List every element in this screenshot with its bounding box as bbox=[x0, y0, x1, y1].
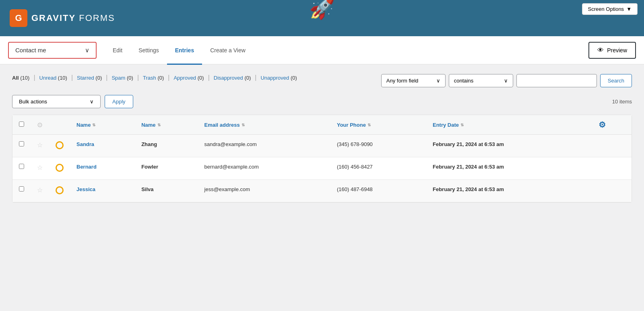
rocket-decoration: 🚀 bbox=[309, 0, 335, 21]
col-date[interactable]: Entry Date ⇅ bbox=[426, 115, 592, 135]
bulk-actions-row: Bulk actions ∨ Apply 10 items bbox=[12, 95, 632, 108]
chevron-down-icon: ∨ bbox=[90, 99, 94, 105]
sort-arrows-phone: ⇅ bbox=[367, 123, 371, 127]
row-checkbox-cell bbox=[12, 157, 31, 180]
sort-arrows-name: ⇅ bbox=[92, 123, 95, 127]
top-controls: All (10) | Unread (10) | Starred (0) | S… bbox=[12, 74, 632, 89]
col-last-name[interactable]: Name ⇅ bbox=[135, 115, 198, 135]
row-checkbox-0[interactable] bbox=[19, 141, 24, 146]
sep3: | bbox=[106, 74, 107, 81]
star-icon[interactable]: ☆ bbox=[37, 164, 43, 171]
filter-unread: Unread (10) bbox=[39, 75, 67, 81]
condition-select-dropdown[interactable]: contains ∨ bbox=[449, 74, 513, 87]
sep7: | bbox=[255, 74, 256, 81]
col-first-name[interactable]: Name ⇅ bbox=[70, 115, 135, 135]
sort-arrows-email: ⇅ bbox=[242, 123, 245, 127]
row-checkbox-cell bbox=[12, 135, 31, 157]
nav-link-create-view[interactable]: Create a View bbox=[202, 37, 254, 65]
row-phone-cell: (160) 456-8427 bbox=[330, 157, 426, 180]
search-input[interactable] bbox=[516, 74, 597, 87]
sort-arrows-last: ⇅ bbox=[157, 123, 161, 127]
row-last-name-cell: Fowler bbox=[135, 157, 198, 180]
row-first-name-cell: Sandra bbox=[70, 135, 135, 157]
sep1: | bbox=[33, 74, 35, 81]
logo-text: GRAVITY FORMS bbox=[31, 13, 115, 23]
row-checkbox-2[interactable] bbox=[19, 186, 24, 192]
search-button-label: Search bbox=[608, 78, 624, 84]
sep6: | bbox=[208, 74, 210, 81]
filter-all: All (10) bbox=[12, 75, 29, 81]
apply-button-label: Apply bbox=[112, 99, 126, 105]
star-icon[interactable]: ☆ bbox=[37, 142, 43, 148]
items-count: 10 items bbox=[612, 99, 632, 105]
select-all-col bbox=[12, 115, 31, 135]
bulk-actions-label: Bulk actions bbox=[19, 99, 47, 105]
star-col-icon: ⊙ bbox=[37, 122, 42, 128]
table-body: ☆ Sandra Zhang sandra@example.com (345) … bbox=[12, 135, 632, 202]
star-icon[interactable]: ☆ bbox=[37, 187, 43, 194]
gravity-forms-logo-icon: G bbox=[10, 9, 27, 27]
nav-link-settings[interactable]: Settings bbox=[130, 37, 167, 65]
nav-link-entries[interactable]: Entries bbox=[167, 37, 202, 65]
entries-table-container: ⊙ Name ⇅ Name ⇅ bbox=[12, 115, 632, 203]
chevron-down-icon: ∨ bbox=[436, 78, 440, 84]
row-first-name-cell: Bernard bbox=[70, 157, 135, 180]
entry-link-1[interactable]: Bernard bbox=[76, 164, 97, 170]
field-select-label: Any form field bbox=[386, 78, 418, 84]
screen-options-label: Screen Options bbox=[588, 6, 624, 12]
table-settings-icon[interactable]: ⚙ bbox=[599, 120, 606, 129]
filter-disapproved: Disapproved (0) bbox=[214, 75, 251, 81]
entry-link-0[interactable]: Sandra bbox=[76, 141, 94, 147]
logo-area: G GRAVITY FORMS bbox=[10, 9, 115, 27]
nav-bar: Contact me ∨ Edit Settings Entries Creat… bbox=[0, 36, 644, 64]
table-row: ☆ Bernard Fowler bernard@example.com (16… bbox=[12, 157, 632, 180]
apply-button[interactable]: Apply bbox=[105, 95, 133, 108]
row-email-cell: sandra@example.com bbox=[198, 135, 330, 157]
sep4: | bbox=[137, 74, 139, 81]
row-star-cell: ☆ bbox=[31, 180, 49, 202]
nav-link-edit[interactable]: Edit bbox=[105, 37, 130, 65]
status-circle-icon bbox=[56, 141, 64, 149]
status-col bbox=[49, 115, 70, 135]
sep5: | bbox=[168, 74, 169, 81]
row-star-cell: ☆ bbox=[31, 135, 49, 157]
condition-select-label: contains bbox=[454, 78, 473, 84]
row-phone-cell: (160) 487-6948 bbox=[330, 180, 426, 202]
preview-button[interactable]: 👁 Preview bbox=[588, 42, 636, 59]
search-button[interactable]: Search bbox=[600, 74, 632, 87]
bulk-actions-dropdown[interactable]: Bulk actions ∨ bbox=[12, 95, 101, 108]
form-selector-dropdown[interactable]: Contact me ∨ bbox=[8, 42, 97, 59]
chevron-down-icon: ∨ bbox=[85, 47, 89, 54]
table-row: ☆ Jessica Silva jess@example.com (160) 4… bbox=[12, 180, 632, 202]
select-all-checkbox[interactable] bbox=[19, 122, 24, 127]
row-checkbox-cell bbox=[12, 180, 31, 202]
col-email[interactable]: Email address ⇅ bbox=[198, 115, 330, 135]
row-date-cell: February 21, 2024 at 6:53 am bbox=[426, 157, 592, 180]
row-date-cell: February 21, 2024 at 6:53 am bbox=[426, 135, 592, 157]
sort-arrows-date: ⇅ bbox=[460, 123, 464, 127]
filter-row: All (10) | Unread (10) | Starred (0) | S… bbox=[12, 74, 381, 81]
status-circle-icon bbox=[56, 164, 64, 172]
screen-options-button[interactable]: Screen Options ▼ bbox=[582, 3, 638, 15]
sep2: | bbox=[71, 74, 73, 81]
col-phone[interactable]: Your Phone ⇅ bbox=[330, 115, 426, 135]
row-actions-cell bbox=[592, 180, 632, 202]
filter-trash: Trash (0) bbox=[143, 75, 164, 81]
main-content: All (10) | Unread (10) | Starred (0) | S… bbox=[0, 64, 644, 212]
table-row: ☆ Sandra Zhang sandra@example.com (345) … bbox=[12, 135, 632, 157]
row-actions-cell bbox=[592, 157, 632, 180]
row-status-cell bbox=[49, 135, 70, 157]
row-email-cell: bernard@example.com bbox=[198, 157, 330, 180]
row-status-cell bbox=[49, 180, 70, 202]
field-select-dropdown[interactable]: Any form field ∨ bbox=[381, 74, 446, 87]
entries-table: ⊙ Name ⇅ Name ⇅ bbox=[12, 115, 632, 202]
row-checkbox-1[interactable] bbox=[19, 164, 24, 169]
filter-unapproved: Unapproved (0) bbox=[260, 75, 297, 81]
row-last-name-cell: Silva bbox=[135, 180, 198, 202]
nav-links: Edit Settings Entries Create a View bbox=[105, 36, 254, 64]
row-first-name-cell: Jessica bbox=[70, 180, 135, 202]
chevron-down-icon: ▼ bbox=[626, 6, 632, 12]
entry-link-2[interactable]: Jessica bbox=[76, 186, 95, 192]
header: G GRAVITY FORMS 🚀 Screen Options ▼ bbox=[0, 0, 644, 36]
preview-label: Preview bbox=[607, 47, 627, 54]
